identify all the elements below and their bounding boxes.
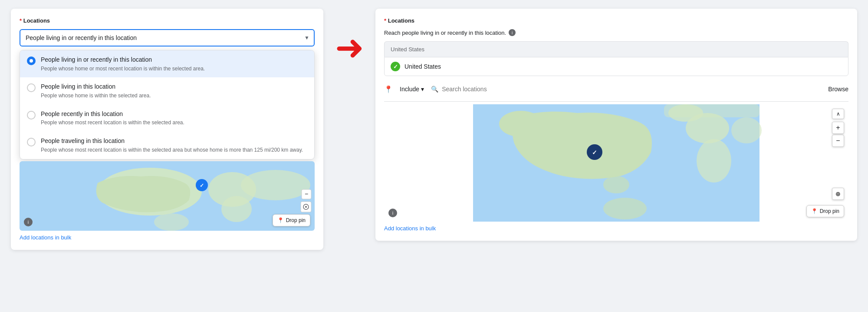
- select-wrapper: People living in or recently in this loc…: [20, 29, 315, 46]
- right-label-text: Locations: [388, 17, 414, 24]
- location-item-name: United States: [404, 63, 842, 70]
- svg-point-3: [221, 196, 252, 222]
- include-chevron-icon: ▾: [421, 86, 424, 93]
- option-title-0: People living in or recently in this loc…: [41, 56, 205, 64]
- option-title-1: People living in this location: [41, 83, 151, 91]
- zoom-in-button[interactable]: +: [832, 122, 844, 134]
- description-text: Reach people living in or recently in th…: [384, 30, 506, 36]
- search-icon: 🔍: [431, 86, 438, 93]
- radio-traveling: [27, 138, 36, 146]
- include-bar: 📍 Include ▾: [384, 80, 427, 98]
- search-bar-wrapper: 📍 Include ▾ 🔍 Browse: [384, 80, 848, 102]
- dropdown-item-living-or-recently[interactable]: People living in or recently in this loc…: [20, 50, 314, 77]
- include-pin-icon: 📍: [384, 85, 393, 93]
- right-drop-pin-label: Drop pin: [820, 208, 839, 214]
- pin-icon: 📍: [277, 217, 284, 223]
- asterisk: *: [20, 17, 22, 24]
- svg-text:✓: ✓: [592, 149, 597, 156]
- svg-point-20: [697, 139, 731, 183]
- search-locations-input[interactable]: [442, 86, 825, 93]
- info-icon[interactable]: i: [509, 29, 516, 36]
- right-add-bulk-link[interactable]: Add locations in bulk: [384, 225, 436, 232]
- dropdown-item-traveling[interactable]: People traveling in this location People…: [20, 132, 314, 159]
- option-sub-2: People whose most recent location is wit…: [41, 119, 184, 126]
- svg-point-5: [154, 213, 189, 231]
- right-arrow-icon: ➜: [335, 30, 364, 65]
- left-label-text: Locations: [23, 17, 50, 24]
- include-button[interactable]: Include ▾: [396, 84, 427, 94]
- browse-button[interactable]: Browse: [828, 86, 848, 93]
- left-map-info-icon[interactable]: i: [24, 218, 33, 226]
- map-target-button[interactable]: ⊕: [832, 188, 844, 200]
- option-sub-0: People whose home or most recent locatio…: [41, 65, 205, 73]
- location-item-row: United States: [384, 57, 848, 76]
- location-group-header-text: United States: [391, 46, 424, 53]
- location-group-header: United States: [384, 41, 848, 57]
- option-title-2: People recently in this location: [41, 110, 184, 119]
- svg-point-21: [731, 117, 762, 143]
- svg-text:−: −: [305, 190, 308, 197]
- dropdown-item-recently[interactable]: People recently in this location People …: [20, 105, 314, 132]
- location-type-select[interactable]: People living in or recently in this loc…: [20, 29, 315, 46]
- right-pin-icon: 📍: [811, 208, 818, 214]
- left-locations-label: * Locations: [20, 17, 315, 24]
- svg-point-17: [603, 198, 647, 219]
- right-asterisk: *: [384, 17, 386, 24]
- svg-point-15: [499, 111, 542, 137]
- dropdown-item-living[interactable]: People living in this location People wh…: [20, 77, 314, 104]
- right-map: ✓ ∧ + − ⊕ 📍 Drop pin i: [384, 104, 848, 222]
- svg-point-16: [603, 176, 629, 193]
- radio-living: [27, 83, 36, 92]
- zoom-out-button[interactable]: −: [832, 135, 844, 147]
- left-add-bulk-link[interactable]: Add locations in bulk: [20, 234, 71, 241]
- svg-text:✓: ✓: [200, 183, 204, 189]
- left-drop-pin-button[interactable]: 📍 Drop pin: [273, 214, 310, 226]
- right-panel: * Locations Reach people living in or re…: [375, 9, 857, 241]
- green-pin-icon: [391, 62, 400, 71]
- svg-point-19: [686, 113, 729, 143]
- svg-rect-22: [664, 104, 760, 117]
- right-drop-pin-button[interactable]: 📍 Drop pin: [806, 205, 844, 217]
- option-title-3: People traveling in this location: [41, 137, 303, 146]
- right-locations-label: * Locations: [384, 17, 848, 24]
- option-sub-1: People whose home is within the selected…: [41, 92, 151, 100]
- location-dropdown-menu: People living in or recently in this loc…: [20, 50, 315, 159]
- map-collapse-button[interactable]: ∧: [832, 109, 844, 119]
- left-map: ✓ − 📍 Drop pin i: [20, 161, 315, 231]
- option-sub-3: People whose most recent location is wit…: [41, 146, 303, 154]
- arrow-container: ➜: [323, 9, 375, 65]
- map-zoom-controls: ∧ + −: [832, 109, 844, 147]
- left-panel: * Locations People living in or recently…: [11, 9, 323, 250]
- radio-living-or-recently: [27, 56, 36, 65]
- include-label: Include: [400, 86, 419, 93]
- right-map-info-icon[interactable]: i: [388, 209, 397, 217]
- svg-point-13: [305, 206, 307, 208]
- drop-pin-label: Drop pin: [286, 217, 306, 223]
- right-description: Reach people living in or recently in th…: [384, 29, 848, 36]
- svg-point-4: [241, 170, 310, 200]
- radio-recently: [27, 111, 36, 119]
